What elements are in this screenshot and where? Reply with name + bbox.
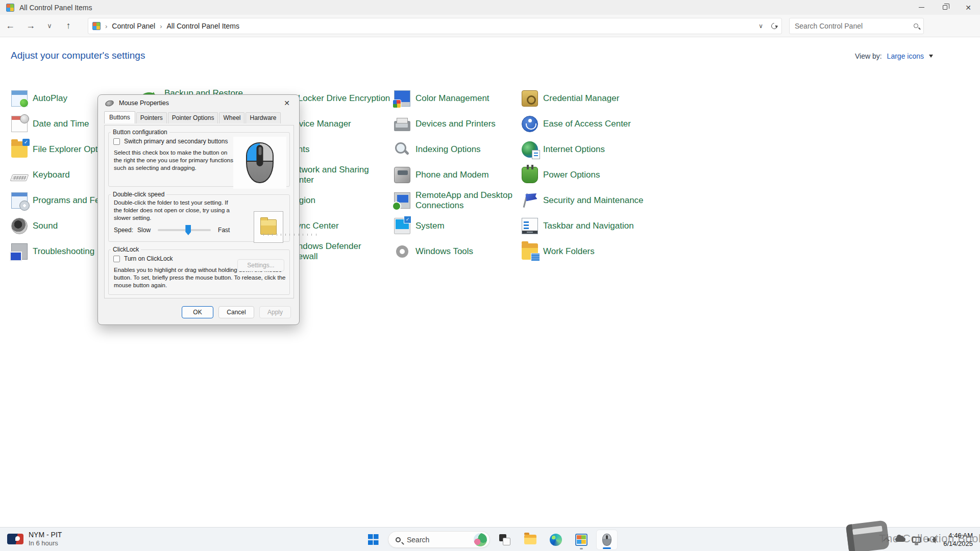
refresh-icon[interactable] [770,21,779,30]
item-label[interactable]: Security and Maintenance [543,195,644,206]
taskbar-search[interactable]: Search [388,531,490,548]
item-credential-manager[interactable]: Credential Manager [522,86,649,111]
address-bar[interactable]: ›Control Panel›All Control Panel Items ∨ [88,18,782,34]
item-label[interactable]: Network and Sharing Center [288,165,369,185]
mouse-image [246,142,274,183]
item-label[interactable]: Indexing Options [415,144,481,155]
ok-button[interactable]: OK [182,306,213,318]
mouse-properties-taskbar-button[interactable] [596,530,618,550]
item-ease-of-access[interactable]: Ease of Access Center [522,111,649,137]
task-view-button[interactable] [494,530,516,550]
dialog-title: Mouse Properties [119,99,169,107]
programs-features-icon [11,192,28,209]
control-panel-taskbar-button[interactable] [571,530,592,550]
power-options-icon [522,167,538,183]
windows-logo-icon [368,534,379,545]
item-color-management[interactable]: Color Management [394,86,522,111]
page-title: Adjust your computer's settings [11,50,145,61]
item-label[interactable]: Troubleshooting [33,246,94,257]
test-folder-area[interactable] [254,211,283,243]
double-click-speed-slider[interactable] [158,225,211,235]
mouse-wheel-icon [257,145,263,166]
security-maintenance-icon [522,192,538,209]
item-power-options[interactable]: Power Options [522,162,649,188]
item-remoteapp[interactable]: RemoteApp and Desktop Connections [394,188,522,213]
search-icon[interactable] [914,23,918,28]
checkbox-label[interactable]: Switch primary and secondary buttons [124,138,228,145]
recent-locations-chevron[interactable]: ∨ [41,22,58,30]
item-label[interactable]: BitLocker Drive Encryption [288,93,390,104]
breadcrumb-segment[interactable]: All Control Panel Items [167,22,239,30]
tab-hardware[interactable]: Hardware [246,112,280,123]
item-label[interactable]: Devices and Printers [415,119,496,129]
search-placeholder: Search Control Panel [795,22,863,30]
edge-button[interactable] [545,530,567,550]
search-box[interactable]: Search Control Panel [789,18,924,34]
switch-buttons-checkbox[interactable] [113,138,120,145]
item-label[interactable]: Ease of Access Center [543,119,631,129]
item-internet-options[interactable]: Internet Options [522,137,649,162]
item-phone-modem[interactable]: Phone and Modem [394,162,522,188]
item-label[interactable]: Internet Options [543,144,605,155]
item-label[interactable]: RemoteApp and Desktop Connections [415,190,512,211]
clicklock-settings-button[interactable]: Settings... [237,259,284,271]
indexing-options-icon [394,141,410,158]
start-button[interactable] [362,530,384,550]
dialog-close-button[interactable]: ✕ [282,98,292,108]
item-label[interactable]: System [415,221,445,231]
item-label[interactable]: Taskbar and Navigation [543,221,634,231]
item-label[interactable]: Keyboard [33,170,70,180]
checkbox-label[interactable]: Turn on ClickLock [124,255,173,262]
window-title: All Control Panel Items [19,4,92,12]
view-by-value[interactable]: Large icons [887,52,924,60]
address-dropdown-chevron-icon[interactable]: ∨ [758,22,763,30]
item-security-maintenance[interactable]: Security and Maintenance [522,188,649,213]
cancel-button[interactable]: Cancel [218,306,254,318]
item-windows-tools[interactable]: Windows Tools [394,239,522,264]
folder-icon[interactable] [260,219,277,235]
item-label[interactable]: Windows Tools [415,246,473,257]
slider-track[interactable] [158,229,211,231]
item-label[interactable]: Power Options [543,170,600,180]
forward-button[interactable]: → [20,20,41,31]
item-work-folders[interactable]: Work Folders [522,239,649,264]
dialog-tabs: ButtonsPointersPointer OptionsWheelHardw… [104,112,299,123]
tab-pointers[interactable]: Pointers [136,112,167,123]
file-explorer-button[interactable] [520,530,541,550]
item-label[interactable]: Sound [33,221,58,231]
slider-thumb[interactable] [185,225,191,235]
tab-pointer-options[interactable]: Pointer Options [168,112,218,123]
back-button[interactable]: ← [0,20,20,31]
sound-icon [11,218,28,234]
mouse-illustration [233,137,286,189]
tab-wheel[interactable]: Wheel [219,112,244,123]
tab-buttons[interactable]: Buttons [104,111,135,123]
item-taskbar-navigation[interactable]: Taskbar and Navigation [522,213,649,239]
item-label[interactable]: Date and Time [33,119,89,129]
up-button[interactable]: ↑ [58,20,79,31]
breadcrumb-segment[interactable]: Control Panel [112,22,155,30]
breadcrumb: ›Control Panel›All Control Panel Items [101,21,239,31]
item-label[interactable]: Work Folders [543,246,595,257]
slider-tick [299,234,299,236]
item-label[interactable]: Color Management [415,93,489,104]
internet-options-icon [522,141,538,158]
group-label: Button configuration [111,129,169,136]
item-label[interactable]: Phone and Modem [415,170,489,180]
item-label[interactable]: Credential Manager [543,93,619,104]
slider-tick [268,234,268,236]
active-indicator [603,547,611,549]
maximize-restore-button[interactable] [933,0,957,15]
clicklock-checkbox[interactable] [113,256,120,262]
minimize-button[interactable] [910,0,933,15]
minimize-icon [919,7,924,8]
apply-button[interactable]: Apply [259,306,291,318]
item-system[interactable]: System [394,213,522,239]
item-label[interactable]: AutoPlay [33,93,67,104]
search-daily-image[interactable] [474,533,487,546]
close-button[interactable]: ✕ [957,0,980,15]
item-devices-printers[interactable]: Devices and Printers [394,111,522,137]
item-indexing-options[interactable]: Indexing Options [394,137,522,162]
view-by-control[interactable]: View by: Large icons [855,52,933,60]
button-configuration-group: Button configuration Switch primary and … [108,129,290,187]
